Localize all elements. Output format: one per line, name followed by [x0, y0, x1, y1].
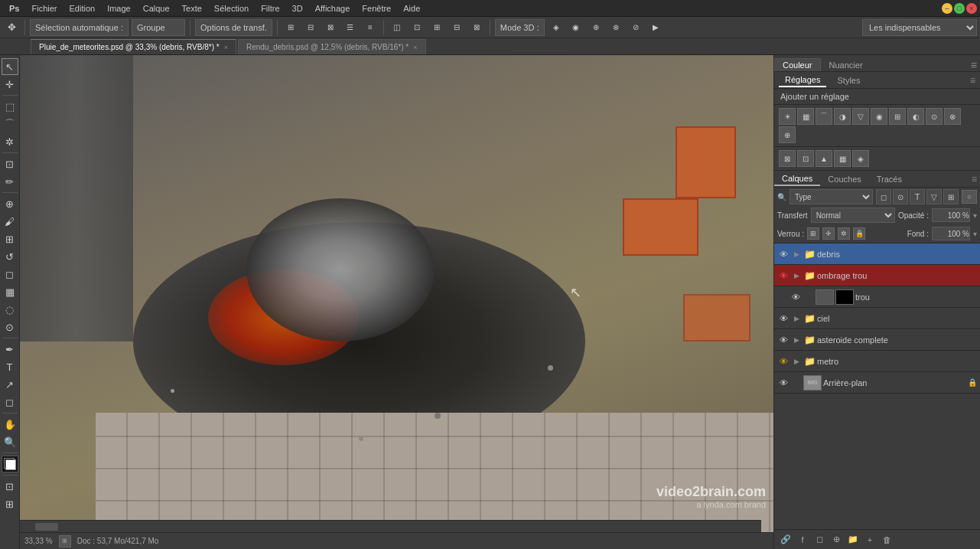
tab-pluie-close[interactable]: × [224, 44, 228, 51]
menu-filtre[interactable]: Filtre [255, 2, 285, 15]
layer-style-icon[interactable]: f [796, 533, 809, 547]
align-icon-1[interactable]: ⊞ [282, 19, 299, 36]
opacite-arrow[interactable]: ▾ [973, 211, 977, 220]
gradient-tool[interactable]: ▦ [2, 283, 18, 300]
layer-item-ombrage-trou[interactable]: 👁 ▶ 📁 ombrage trou [774, 265, 980, 286]
3d-icon-5[interactable]: ⊘ [627, 19, 644, 36]
reg-invert-icon[interactable]: ⊠ [779, 150, 796, 167]
dist-icon-4[interactable]: ⊟ [448, 19, 465, 36]
dist-icon-1[interactable]: ◫ [389, 19, 405, 36]
hand-tool[interactable]: ✋ [2, 416, 18, 433]
marquee-tool[interactable]: ⬚ [2, 98, 18, 115]
menu-fichier[interactable]: Fichier [25, 2, 63, 15]
reg-vibrance-icon[interactable]: ▽ [852, 108, 869, 125]
reg-gradient-map-icon[interactable]: ▦ [834, 150, 851, 167]
layer-new-icon[interactable]: + [863, 533, 877, 547]
text-tool[interactable]: T [2, 358, 18, 375]
eyedropper-tool[interactable]: ✏ [2, 173, 18, 190]
tab-rendu[interactable]: Rendu_debris.psd @ 12,5% (debris, RVB/16… [238, 39, 426, 54]
reg-curves-icon[interactable]: ⌒ [816, 108, 832, 125]
layer-visibility-ciel[interactable]: 👁 [777, 312, 790, 325]
fond-input[interactable] [932, 227, 970, 240]
dist-icon-3[interactable]: ⊞ [428, 19, 445, 36]
3d-icon-3[interactable]: ⊕ [588, 19, 604, 36]
menu-selection[interactable]: Sélection [208, 2, 255, 15]
reg-levels-icon[interactable]: ▦ [797, 108, 814, 125]
dodge-tool[interactable]: ⊙ [2, 319, 18, 335]
layer-visibility-metro[interactable]: 👁 [777, 355, 790, 368]
layer-item-ciel[interactable]: 👁 ▶ 📁 ciel [774, 308, 980, 329]
reg-threshold-icon[interactable]: ▲ [816, 150, 832, 167]
menu-calque[interactable]: Calque [137, 2, 176, 15]
eraser-tool[interactable]: ◻ [2, 266, 18, 283]
reg-color-lookup-icon[interactable]: ⊕ [779, 126, 796, 143]
filter-shape-icon[interactable]: ▽ [926, 189, 942, 204]
filter-smart-icon[interactable]: ⊙ [893, 189, 908, 204]
group-dropdown[interactable]: Groupe [132, 19, 185, 36]
layer-link-icon[interactable]: 🔗 [779, 533, 793, 547]
3d-icon-1[interactable]: ◈ [548, 19, 565, 36]
filter-smart2-icon[interactable]: ⊞ [943, 189, 959, 204]
layer-visibility-trou[interactable]: 👁 [790, 291, 802, 303]
layer-visibility-arriere[interactable]: 👁 [777, 377, 790, 389]
layer-item-arriere-plan[interactable]: 👁 IMG Arrière-plan 🔒 [774, 372, 980, 394]
pen-tool[interactable]: ✒ [2, 341, 18, 358]
magic-wand-tool[interactable]: ✲ [2, 133, 18, 150]
layers-panel-options[interactable]: ≡ [969, 174, 980, 185]
layer-visibility-ombrage[interactable]: 👁 [777, 270, 790, 282]
foreground-color[interactable] [2, 456, 18, 472]
brush-tool[interactable]: 🖌 [2, 213, 18, 230]
layer-expand-asteroide[interactable]: ▶ [791, 335, 802, 345]
patch-tool[interactable]: ⊕ [2, 195, 18, 212]
close-button[interactable]: × [966, 3, 977, 14]
layer-mask-icon[interactable]: ◻ [812, 533, 826, 547]
menu-fenetre[interactable]: Fenêtre [356, 2, 397, 15]
options-transf-button[interactable]: Options de transf. [195, 19, 272, 36]
path-select-tool[interactable]: ↗ [2, 376, 18, 393]
filter-text-icon[interactable]: T [910, 189, 925, 204]
tab-rendu-close[interactable]: × [413, 44, 417, 51]
transfert-dropdown[interactable]: Normal [811, 208, 895, 223]
selection-tool[interactable]: ↖ [2, 58, 18, 75]
horizontal-scrollbar[interactable] [20, 520, 761, 532]
screen-mode-tool[interactable]: ⊞ [2, 495, 18, 512]
reg-hsl-icon[interactable]: ◉ [871, 108, 887, 125]
workspace-dropdown[interactable]: Les indispensables [862, 19, 977, 36]
align-icon-4[interactable]: ☰ [342, 19, 359, 36]
reg-brightness-icon[interactable]: ☀ [779, 108, 796, 125]
3d-video-icon[interactable]: ▶ [647, 19, 664, 36]
maximize-button[interactable]: □ [954, 3, 965, 14]
move-tool[interactable]: ✛ [2, 76, 18, 93]
canvas[interactable]: ↖ video2brain.com a lynda.com brand [20, 55, 773, 532]
menu-texte[interactable]: Texte [176, 2, 208, 15]
layer-visibility-asteroide[interactable]: 👁 [777, 334, 790, 346]
align-icon-2[interactable]: ⊟ [302, 19, 319, 36]
layer-expand-ombrage[interactable]: ▶ [791, 270, 802, 281]
layer-expand-debris[interactable]: ▶ [791, 249, 802, 260]
menu-image[interactable]: Image [101, 2, 137, 15]
shape-tool[interactable]: ◻ [2, 394, 18, 410]
minimize-button[interactable]: – [942, 3, 952, 14]
layer-expand-ciel[interactable]: ▶ [791, 313, 802, 324]
dist-icon-5[interactable]: ⊠ [468, 19, 485, 36]
zoom-tool[interactable]: 🔍 [2, 433, 18, 450]
layer-expand-metro[interactable]: ▶ [791, 356, 802, 367]
menu-aide[interactable]: Aide [397, 2, 426, 15]
tab-pluie[interactable]: Pluie_de_meteorites.psd @ 33,3% (debris,… [31, 39, 236, 54]
tab-calques[interactable]: Calques [774, 172, 820, 186]
blur-tool[interactable]: ◌ [2, 301, 18, 318]
tab-couleur[interactable]: Couleur [774, 58, 821, 71]
tab-nuancier[interactable]: Nuancier [821, 58, 871, 71]
3d-icon-2[interactable]: ◉ [568, 19, 584, 36]
filter-toggle[interactable]: ○ [962, 190, 977, 204]
layer-item-metro[interactable]: 👁 ▶ 📁 metro [774, 351, 980, 372]
tab-styles[interactable]: Styles [831, 74, 866, 87]
tab-couches[interactable]: Couches [820, 173, 868, 185]
history-brush-tool[interactable]: ↺ [2, 248, 18, 265]
menu-3d[interactable]: 3D [286, 2, 309, 15]
verrou-pixel-icon[interactable]: ⊞ [807, 227, 819, 240]
verrou-lock-icon[interactable]: 🔒 [853, 227, 865, 240]
align-icon-3[interactable]: ⊠ [322, 19, 339, 36]
filter-dropdown[interactable]: Type [790, 189, 873, 204]
reg-bw-icon[interactable]: ◐ [907, 108, 924, 125]
